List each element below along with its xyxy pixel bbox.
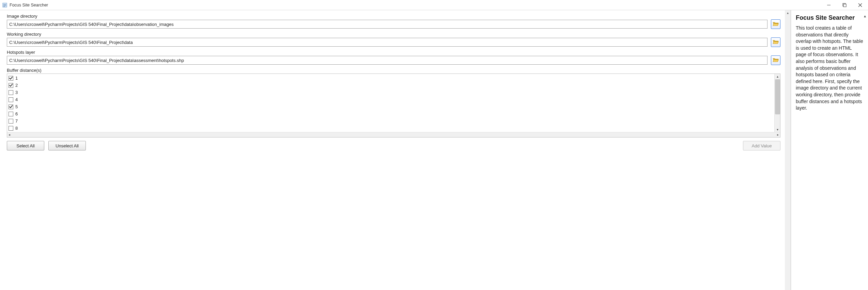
maximize-button[interactable]: [837, 0, 852, 10]
folder-open-icon: [773, 58, 779, 63]
window-controls: [821, 0, 868, 10]
app-window: Focus Site Searcher ▴ Image directory: [0, 0, 868, 290]
image-directory-label: Image directory: [7, 14, 780, 19]
working-directory-label: Working directory: [7, 32, 780, 37]
buffer-distance-list-body[interactable]: 123456789: [7, 74, 774, 132]
checkbox[interactable]: [9, 97, 13, 102]
checkbox[interactable]: [9, 119, 13, 124]
help-pane: ▴ Focus Site Searcher This tool creates …: [791, 10, 868, 290]
buffer-list-vscrollbar[interactable]: ▴ ▾: [774, 74, 780, 132]
app-icon: [2, 2, 7, 8]
help-title: Focus Site Searcher: [796, 14, 863, 21]
browse-hotspots-layer-button[interactable]: [771, 55, 780, 65]
list-item[interactable]: 5: [9, 103, 773, 110]
list-item-label: 4: [15, 97, 18, 102]
field-image-directory: Image directory: [7, 14, 780, 29]
browse-working-directory-button[interactable]: [771, 37, 780, 47]
unselect-all-button[interactable]: Unselect All: [48, 141, 86, 150]
scroll-down-icon: ▾: [777, 127, 778, 132]
list-item[interactable]: 2: [9, 82, 773, 89]
buffer-distance-list: 123456789 ▴ ▾ ◂ ▸: [7, 74, 780, 138]
image-directory-input[interactable]: [7, 20, 768, 29]
buffer-list-hscrollbar[interactable]: ◂ ▸: [7, 132, 780, 137]
field-working-directory: Working directory: [7, 32, 780, 47]
titlebar: Focus Site Searcher: [0, 0, 868, 10]
minimize-button[interactable]: [821, 0, 837, 10]
help-body: This tool creates a table of observation…: [796, 25, 863, 112]
checkbox[interactable]: [9, 104, 13, 109]
scroll-up-icon: ▴: [777, 74, 778, 79]
scroll-up-icon: ▴: [787, 11, 789, 15]
add-value-button[interactable]: Add Value: [743, 141, 780, 150]
list-item[interactable]: 1: [9, 75, 773, 82]
list-item-label: 2: [15, 83, 18, 88]
list-item[interactable]: 4: [9, 96, 773, 103]
list-item[interactable]: 3: [9, 89, 773, 96]
scrollbar-thumb[interactable]: [775, 79, 780, 114]
list-item[interactable]: 6: [9, 110, 773, 117]
checkbox[interactable]: [9, 90, 13, 95]
svg-rect-3: [843, 4, 846, 7]
list-item[interactable]: 8: [9, 125, 773, 132]
help-collapse-icon[interactable]: ▴: [864, 14, 866, 18]
scroll-right-icon: ▸: [776, 133, 780, 136]
working-directory-input[interactable]: [7, 38, 768, 47]
list-item-label: 8: [15, 126, 18, 131]
field-buffer-distance: Buffer distance(s) 123456789 ▴ ▾ ◂: [7, 68, 780, 150]
checkbox[interactable]: [9, 83, 13, 88]
main-pane: ▴ Image directory Working directory: [0, 10, 791, 290]
client-area: ▴ Image directory Working directory: [0, 10, 868, 290]
field-hotspots-layer: Hotspots layer: [7, 50, 780, 65]
window-title: Focus Site Searcher: [10, 3, 48, 7]
list-item-label: 3: [15, 90, 18, 95]
scroll-left-icon: ◂: [7, 133, 12, 136]
main-scrollbar[interactable]: ▴: [785, 10, 791, 290]
list-item[interactable]: 9: [9, 132, 773, 132]
list-item[interactable]: 7: [9, 117, 773, 125]
browse-image-directory-button[interactable]: [771, 19, 780, 29]
close-button[interactable]: [852, 0, 868, 10]
checkbox[interactable]: [9, 112, 13, 116]
checkbox[interactable]: [9, 76, 13, 81]
hotspots-layer-label: Hotspots layer: [7, 50, 780, 55]
select-all-button[interactable]: Select All: [7, 141, 44, 150]
list-item-label: 5: [15, 104, 18, 109]
buffer-distance-button-row: Select All Unselect All Add Value: [7, 141, 780, 150]
list-item-label: 1: [15, 76, 18, 81]
buffer-distance-label: Buffer distance(s): [7, 68, 780, 73]
folder-open-icon: [773, 21, 779, 27]
checkbox[interactable]: [9, 126, 13, 131]
hotspots-layer-input[interactable]: [7, 56, 768, 65]
list-item-label: 6: [15, 111, 18, 116]
folder-open-icon: [773, 39, 779, 45]
list-item-label: 7: [15, 118, 18, 124]
